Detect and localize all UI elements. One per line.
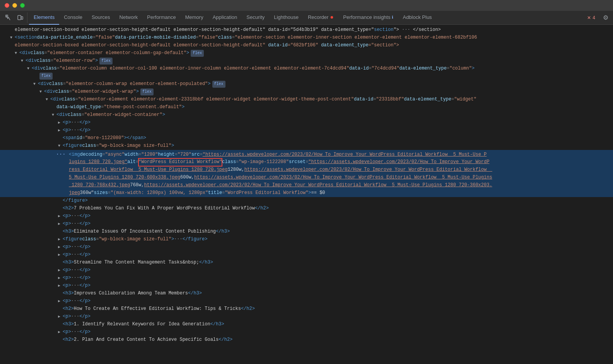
tab-performance-insights[interactable]: Performance insights ℹ xyxy=(338,11,398,25)
code-line: <figure class="wp-block-image size-full"… xyxy=(0,236,613,243)
code-text: <h3> xyxy=(63,228,74,235)
flex-badge[interactable]: flex xyxy=(212,81,225,88)
tab-console-label: Console xyxy=(64,14,82,20)
tab-application[interactable]: Application xyxy=(208,11,242,25)
tab-console[interactable]: Console xyxy=(59,11,87,25)
code-line: <p> ··· </p> xyxy=(0,267,613,274)
expand-arrow[interactable] xyxy=(58,142,63,150)
code-line: elementor-section-boxed elementor-sectio… xyxy=(0,42,613,49)
code-text: <figure xyxy=(63,236,82,243)
code-text: <div xyxy=(26,57,37,65)
tab-elements[interactable]: Elements xyxy=(29,11,59,25)
code-text: <h2> xyxy=(63,336,74,344)
code-line: </figure> xyxy=(0,197,613,205)
code-text: <figure xyxy=(63,142,82,150)
tab-bar-end: ✕ 4 ⚙ xyxy=(584,14,611,21)
code-line: <p> ··· </p> xyxy=(0,127,613,134)
recorder-icon: ⏺ xyxy=(330,15,334,19)
expand-arrow[interactable] xyxy=(58,119,63,126)
tab-network-label: Network xyxy=(120,14,138,20)
elements-panel[interactable]: elementor-section-boxed elementor-sectio… xyxy=(0,25,613,364)
inspect-icon[interactable] xyxy=(3,12,14,23)
expand-arrow[interactable] xyxy=(21,57,26,65)
code-line: elementor-section-boxed elementor-sectio… xyxy=(0,26,613,34)
tab-recorder-label: Recorder xyxy=(308,14,328,20)
code-line: data-widget_type="theme-post-content.def… xyxy=(0,104,613,111)
flex-badge[interactable]: flex xyxy=(191,50,204,57)
expand-arrow[interactable] xyxy=(58,236,63,243)
expand-arrow[interactable] xyxy=(58,282,63,289)
expand-arrow[interactable] xyxy=(52,111,56,119)
code-line: <div class="elementor-widget-wrap"> flex xyxy=(0,88,613,96)
code-line-img-alt[interactable]: lugins_1280_720.jpeg" alt="WordPress Edi… xyxy=(0,158,613,166)
code-text: <p> xyxy=(63,243,71,251)
tab-performance-label: Performance xyxy=(147,14,176,20)
expand-arrow[interactable] xyxy=(33,80,38,88)
expand-arrow[interactable] xyxy=(58,243,63,251)
code-line-img-selected[interactable]: ··· <img decoding="async" width="1280" h… xyxy=(0,150,613,158)
code-line: flex xyxy=(0,73,613,80)
tab-security[interactable]: Security xyxy=(242,11,269,25)
tab-adblock-plus[interactable]: Adblock Plus xyxy=(398,11,436,25)
code-text: <div xyxy=(32,65,43,72)
code-line: <p> ··· </p> xyxy=(0,251,613,259)
title-bar xyxy=(0,0,613,11)
tab-bar: Elements Console Sources Network Perform… xyxy=(0,11,613,25)
code-line: <div class="elementor-element elementor-… xyxy=(0,96,613,104)
code-text: <h2> xyxy=(63,305,74,313)
traffic-light-yellow[interactable] xyxy=(12,3,17,8)
code-line: <p> ··· </p> xyxy=(0,313,613,321)
code-line-h3: <h3>Streamline The Content Management Ta… xyxy=(0,259,613,267)
code-text: elementor-section-boxed elementor-sectio… xyxy=(15,42,399,49)
error-badge[interactable]: ✕ 4 xyxy=(584,15,598,20)
code-text: data-widget_type xyxy=(56,104,101,111)
expand-arrow[interactable] xyxy=(58,220,63,228)
expand-arrow[interactable] xyxy=(58,298,63,305)
tab-recorder[interactable]: Recorder ⏺ xyxy=(303,11,338,25)
code-text: <span xyxy=(63,134,77,142)
flex-badge[interactable]: flex xyxy=(140,88,154,95)
tab-lighthouse-label: Lighthouse xyxy=(274,14,299,20)
attr-name: data-particle_enable xyxy=(37,34,93,41)
expand-arrow[interactable] xyxy=(58,267,63,274)
tab-performance[interactable]: Performance xyxy=(142,11,180,25)
expand-arrow[interactable] xyxy=(58,213,63,220)
tab-sources[interactable]: Sources xyxy=(87,11,115,25)
code-line: <p> ··· </p> xyxy=(0,298,613,305)
code-text: <div xyxy=(56,111,68,119)
main-content: elementor-section-boxed elementor-sectio… xyxy=(0,25,613,364)
tab-icon-buttons xyxy=(2,12,27,23)
code-text: <p> xyxy=(63,267,71,274)
expand-arrow[interactable] xyxy=(58,127,63,134)
expand-arrow[interactable] xyxy=(27,65,32,72)
code-line-srcset3: _1280_720-768x432.jpeg 768w, https://ass… xyxy=(0,182,613,189)
tab-lighthouse[interactable]: Lighthouse xyxy=(269,11,303,25)
expand-arrow[interactable] xyxy=(58,313,63,320)
code-line: <section data-particle_enable="false" da… xyxy=(0,34,613,42)
tab-network[interactable]: Network xyxy=(115,11,143,25)
device-icon[interactable] xyxy=(15,12,26,23)
expand-arrow[interactable] xyxy=(10,34,15,41)
code-line-h3: <h3>Improves Collaboration Among Team Me… xyxy=(0,290,613,298)
tab-memory[interactable]: Memory xyxy=(181,11,208,25)
expand-arrow[interactable] xyxy=(58,328,63,336)
code-text: <p> xyxy=(63,251,71,259)
code-text: <h2> xyxy=(63,205,74,212)
settings-icon[interactable]: ⚙ xyxy=(600,14,611,21)
traffic-light-green[interactable] xyxy=(20,3,25,8)
traffic-light-red[interactable] xyxy=(5,3,9,8)
tab-application-label: Application xyxy=(213,14,237,20)
tab-adblock-plus-label: Adblock Plus xyxy=(403,14,432,20)
flex-badge[interactable]: flex xyxy=(99,58,113,65)
expand-arrow[interactable] xyxy=(39,88,44,95)
expand-arrow[interactable] xyxy=(46,96,50,103)
code-line: <p> ··· </p> xyxy=(0,328,613,336)
expand-arrow[interactable] xyxy=(58,274,63,282)
code-text: <h3> xyxy=(63,259,74,266)
code-line-h2: <h2>7 Problems You Can Fix With A Proper… xyxy=(0,205,613,213)
flex-badge[interactable]: flex xyxy=(39,73,53,80)
code-line: <p> ··· </p> xyxy=(0,243,613,251)
expand-arrow[interactable] xyxy=(15,49,19,57)
code-text: <div xyxy=(44,88,55,95)
expand-arrow[interactable] xyxy=(58,251,63,259)
